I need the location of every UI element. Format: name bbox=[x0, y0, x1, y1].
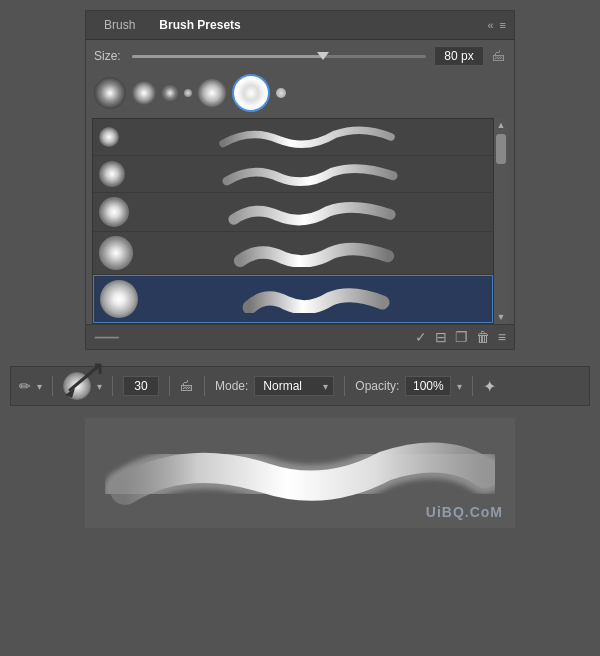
brush-stroke-preview bbox=[133, 160, 487, 188]
brush-thumb-5[interactable] bbox=[198, 79, 226, 107]
arrow-annotation bbox=[60, 360, 110, 403]
opacity-arrow-icon[interactable]: ▾ bbox=[457, 381, 462, 392]
mode-label: Mode: bbox=[215, 379, 248, 393]
brush-list-container: ▲ ▼ bbox=[86, 118, 514, 324]
brush-thumb-1[interactable] bbox=[94, 77, 126, 109]
tool-arrow-icon[interactable]: ▾ bbox=[37, 381, 42, 392]
brush-stroke-preview bbox=[127, 123, 487, 151]
scroll-indicator: ━━━━ bbox=[94, 332, 118, 343]
scrollbar-down-arrow[interactable]: ▼ bbox=[497, 312, 506, 322]
separator-5 bbox=[344, 376, 345, 396]
brush-thumb-3[interactable] bbox=[162, 85, 178, 101]
canvas-preview: UiBQ.CoM bbox=[85, 418, 515, 528]
panel-tabs: Brush Brush Presets bbox=[94, 15, 251, 35]
brush-thumb-selected[interactable] bbox=[232, 74, 270, 112]
watermark: UiBQ.CoM bbox=[426, 504, 503, 520]
grid-view-icon[interactable]: ⊟ bbox=[435, 329, 447, 345]
separator-4 bbox=[204, 376, 205, 396]
brush-circle-preview bbox=[99, 197, 129, 227]
tab-brush[interactable]: Brush bbox=[94, 15, 145, 35]
brush-thumb-4[interactable] bbox=[184, 89, 192, 97]
checkmark-icon[interactable]: ✓ bbox=[415, 329, 427, 345]
scrollbar-thumb[interactable] bbox=[496, 134, 506, 164]
brush-list-item[interactable] bbox=[93, 232, 493, 275]
brush-panel-toolbar: ━━━━ ✓ ⊟ ❐ 🗑 ≡ bbox=[86, 324, 514, 349]
brush-circle-preview bbox=[99, 161, 125, 187]
size-row: Size: 80 px 🖮 bbox=[86, 40, 514, 68]
mode-dropdown[interactable]: Normal Dissolve Multiply Screen Overlay bbox=[254, 376, 334, 396]
separator-2 bbox=[112, 376, 113, 396]
panel-menu-button[interactable]: ≡ bbox=[500, 19, 506, 31]
brush-list-item[interactable] bbox=[93, 193, 493, 232]
toolbar-right: ✓ ⊟ ❐ 🗑 ≡ bbox=[415, 329, 506, 345]
panel-controls: « ≡ bbox=[487, 19, 506, 31]
brush-circle-preview bbox=[99, 236, 133, 270]
trash-icon[interactable]: 🗑 bbox=[476, 329, 490, 345]
brush-circle-preview bbox=[100, 280, 138, 318]
mode-dropdown-wrapper: Normal Dissolve Multiply Screen Overlay bbox=[254, 376, 334, 396]
brush-stroke-preview bbox=[146, 285, 486, 313]
brush-thumb-2[interactable] bbox=[132, 81, 156, 105]
size-slider[interactable] bbox=[132, 48, 426, 64]
brush-tool-icon[interactable]: ✏ bbox=[19, 378, 31, 394]
size-label: Size: bbox=[94, 49, 124, 63]
brush-panel: Brush Brush Presets « ≡ Size: 80 px 🖮 bbox=[85, 10, 515, 350]
brush-stroke-preview bbox=[141, 239, 487, 267]
tablet-icon[interactable]: 🖮 bbox=[180, 378, 194, 394]
opacity-label: Opacity: bbox=[355, 379, 399, 393]
toolbar-left: ━━━━ bbox=[94, 332, 118, 343]
brush-list bbox=[92, 118, 494, 324]
separator-1 bbox=[52, 376, 53, 396]
airbrush-icon[interactable]: ✦ bbox=[483, 377, 496, 396]
brush-list-item[interactable] bbox=[93, 119, 493, 156]
separator-6 bbox=[472, 376, 473, 396]
brush-thumb-dot[interactable] bbox=[276, 88, 286, 98]
brush-list-item[interactable] bbox=[93, 156, 493, 193]
tab-brush-presets[interactable]: Brush Presets bbox=[149, 15, 250, 35]
svg-line-0 bbox=[70, 365, 100, 390]
scrollbar-up-arrow[interactable]: ▲ bbox=[497, 120, 506, 130]
panel-options-icon[interactable]: ≡ bbox=[498, 329, 506, 345]
brush-thumbnails-row bbox=[86, 68, 514, 118]
size-value[interactable]: 80 px bbox=[434, 46, 484, 66]
brush-list-item-selected[interactable] bbox=[93, 275, 493, 323]
separator-3 bbox=[169, 376, 170, 396]
scrollbar-vertical[interactable]: ▲ ▼ bbox=[494, 118, 508, 324]
brush-stroke-preview bbox=[137, 198, 487, 226]
collapse-button[interactable]: « bbox=[487, 19, 493, 31]
tablet-pressure-icon[interactable]: 🖮 bbox=[492, 48, 506, 64]
opacity-input[interactable]: 100% bbox=[405, 376, 451, 396]
brush-size-input[interactable]: 30 bbox=[123, 376, 159, 396]
duplicate-icon[interactable]: ❐ bbox=[455, 329, 468, 345]
brush-circle-preview bbox=[99, 127, 119, 147]
panel-header: Brush Brush Presets « ≡ bbox=[86, 11, 514, 40]
